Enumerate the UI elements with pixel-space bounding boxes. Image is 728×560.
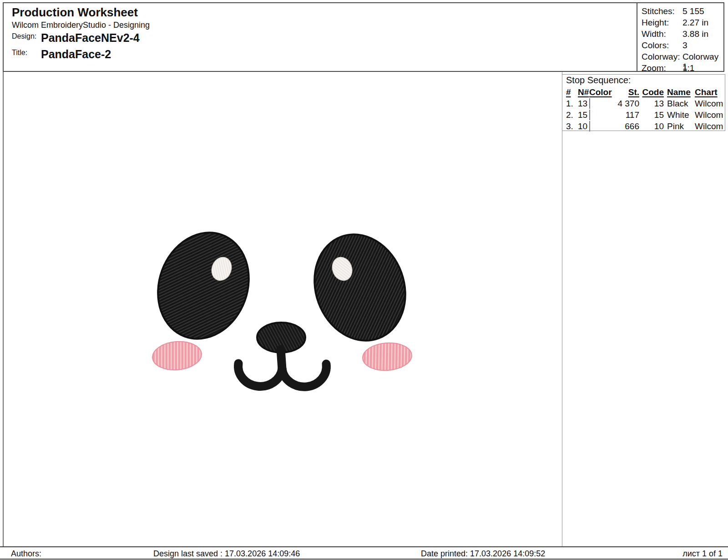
page-indicator: лист 1 of 1 <box>682 549 723 559</box>
title-label: Title: <box>12 49 27 57</box>
right-eye-patch <box>300 222 420 353</box>
table-row: 2. 15 117 15 White Wilcom <box>566 109 724 121</box>
col-st: St. <box>617 87 639 97</box>
right-cheek <box>362 341 413 372</box>
design-saved-timestamp: Design last saved : 17.03.2026 14:09:46 <box>153 549 300 559</box>
col-color: Color <box>589 87 617 97</box>
mouth-right-arc <box>282 364 326 387</box>
mouth <box>238 349 327 387</box>
design-name: PandaFaceNEv2-4 <box>41 31 140 45</box>
nose <box>257 323 305 353</box>
left-cheek <box>152 339 203 372</box>
left-eye-highlight <box>208 254 234 283</box>
color-swatch-black <box>589 98 590 109</box>
design-label: Design: <box>12 32 36 40</box>
header: Production Worksheet Wilcom EmbroiderySt… <box>3 2 724 72</box>
design-title: PandaFace-2 <box>41 48 111 61</box>
production-worksheet-page: Production Worksheet Wilcom EmbroiderySt… <box>0 0 728 560</box>
design-stats: Stitches: 5 155 Height: 2.27 in Width: 3… <box>637 3 724 72</box>
panel-divider <box>562 72 562 547</box>
stat-stitches: Stitches: 5 155 <box>637 6 724 18</box>
stop-sequence-table: # N# Color St. Code Name Chart 1. 13 4 3… <box>566 86 724 132</box>
table-row: 3. 10 666 10 Pink Wilcom <box>566 121 724 132</box>
authors-label: Authors: <box>11 549 41 559</box>
color-swatch-pink <box>589 121 590 131</box>
stat-zoom: Zoom: 1:1 <box>637 63 724 75</box>
col-n: N# <box>578 87 589 97</box>
stop-sequence-title: Stop Sequence: <box>566 75 631 86</box>
stat-colors: Colors: 3 <box>637 40 724 52</box>
canvas-left-border <box>3 72 4 547</box>
stat-colorway: Colorway: Colorway 1 <box>637 52 724 63</box>
app-subtitle: Wilcom EmbroideryStudio - Designing <box>12 20 150 30</box>
col-chart: Chart <box>693 87 724 97</box>
left-eye-patch <box>143 220 263 352</box>
table-header-row: # N# Color St. Code Name Chart <box>566 86 724 98</box>
date-printed-timestamp: Date printed: 17.03.2026 14:09:52 <box>421 549 545 559</box>
mouth-stem <box>281 349 282 369</box>
page-title: Production Worksheet <box>12 5 138 20</box>
stat-height: Height: 2.27 in <box>637 18 724 29</box>
mouth-left-arc <box>238 363 282 386</box>
footer: Authors: Design last saved : 17.03.2026 … <box>0 546 728 560</box>
table-row: 1. 13 4 370 13 Black Wilcom <box>566 98 724 109</box>
color-swatch-white <box>589 110 590 120</box>
col-num: # <box>566 87 578 97</box>
stop-sequence-panel: Stop Sequence: # N# Color St. Code Name … <box>562 74 725 131</box>
right-eye-highlight <box>329 254 355 283</box>
col-code: Code <box>639 87 664 97</box>
stat-width: Width: 3.88 in <box>637 29 724 40</box>
col-name: Name <box>664 87 693 97</box>
